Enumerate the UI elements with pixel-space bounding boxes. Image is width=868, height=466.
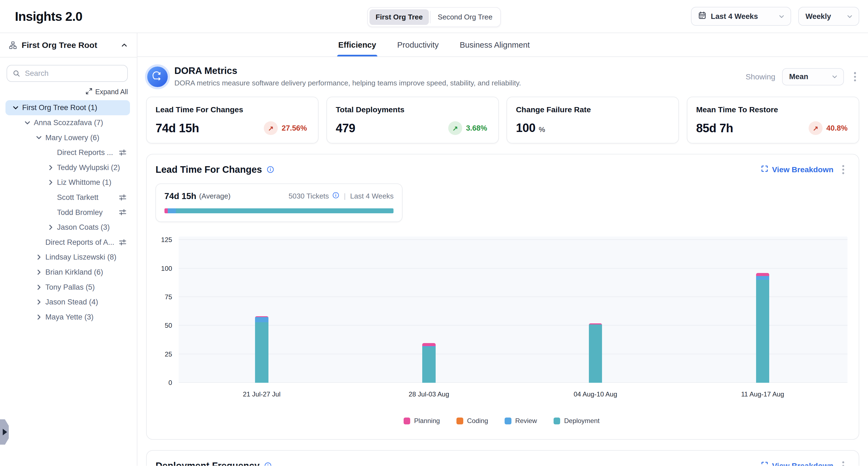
lead-time-kebab-menu[interactable]	[839, 163, 847, 176]
legend-swatch	[505, 417, 511, 424]
filter-icon[interactable]	[119, 208, 127, 216]
dora-kebab-menu[interactable]	[850, 70, 859, 84]
info-icon[interactable]	[264, 462, 272, 466]
tree-item-todd-bromley[interactable]: Todd Bromley	[5, 205, 130, 220]
chevron-down-icon[interactable]	[35, 134, 45, 141]
showing-value: Mean	[789, 72, 808, 81]
tree-item-jason-coats[interactable]: Jason Coats (3)	[5, 220, 130, 235]
deployment-frequency-title: Deployment Frequency	[155, 461, 259, 466]
dora-title: DORA Metrics	[174, 65, 521, 76]
tree-item-first-org-tree-root[interactable]: First Org Tree Root (1)	[5, 100, 130, 115]
sidebar-title: First Org Tree Root	[22, 40, 97, 50]
trend-badge: ↗ 40.8%	[809, 121, 847, 135]
org-toggle-first-org-tree[interactable]: First Org Tree	[369, 9, 429, 25]
metric-value: 479	[336, 122, 355, 135]
tab-business-alignment[interactable]: Business Alignment	[459, 33, 531, 56]
tree-item-direct-reports[interactable]: Direct Reports ...	[5, 145, 130, 160]
date-range-select[interactable]: Last 4 Weeks	[691, 7, 791, 26]
metric-card-mean-time-to-restore: Mean Time To Restore 85d 7h ↗ 40.8%	[687, 97, 859, 143]
chevron-right-icon[interactable]	[35, 284, 45, 291]
chevron-right-icon[interactable]	[35, 254, 45, 261]
bar-21-jul-27-jul[interactable]	[255, 316, 269, 383]
expand-corners-icon	[761, 165, 768, 174]
filter-icon[interactable]	[119, 238, 127, 246]
lead-time-panel: Lead Time For Changes View Breakdown 74d…	[146, 154, 859, 440]
tree-item-anna-scozzafava[interactable]: Anna Scozzafava (7)	[5, 115, 130, 130]
main-content: EfficiencyProductivityBusiness Alignment…	[137, 33, 868, 466]
expand-all-button[interactable]: Expand All	[85, 88, 128, 96]
lead-time-panel-header: Lead Time For Changes View Breakdown	[155, 163, 847, 176]
tree-item-teddy-wylupski[interactable]: Teddy Wylupski (2)	[5, 160, 130, 175]
tree-item-lindsay-liszewski[interactable]: Lindsay Liszewski (8)	[5, 250, 130, 265]
y-tick-label: 75	[165, 293, 172, 301]
filter-icon[interactable]	[119, 148, 127, 156]
chart-plot	[179, 237, 847, 383]
caret-right-icon	[3, 429, 7, 435]
search-input[interactable]	[25, 69, 122, 78]
info-icon[interactable]	[332, 192, 339, 201]
chevron-down-icon	[846, 13, 853, 20]
date-range-value: Last 4 Weeks	[711, 12, 758, 21]
bar-04-aug-10-aug[interactable]	[589, 323, 602, 383]
org-tree-toggle: First Org TreeSecond Org Tree	[367, 7, 501, 27]
legend-swatch	[554, 417, 560, 424]
tab-productivity[interactable]: Productivity	[396, 33, 440, 56]
y-tick-label: 100	[161, 265, 173, 272]
org-chart-icon	[9, 41, 17, 49]
legend-swatch	[457, 417, 463, 424]
showing-select[interactable]: Mean	[782, 68, 844, 85]
search-icon	[12, 69, 20, 77]
tree-item-liz-whittome[interactable]: Liz Whittome (1)	[5, 175, 130, 190]
tree-item-brian-kirkland[interactable]: Brian Kirkland (6)	[5, 265, 130, 280]
x-tick-label: 28 Jul-03 Aug	[408, 390, 449, 398]
deployment-frequency-header: Deployment Frequency View Breakdown	[155, 459, 847, 466]
calendar-icon	[698, 11, 706, 21]
legend-item-planning: Planning	[404, 417, 440, 425]
org-toggle-second-org-tree[interactable]: Second Org Tree	[432, 9, 499, 25]
tickets-count: 5030 Tickets	[288, 192, 329, 200]
tree-item-scott-tarkett[interactable]: Scott Tarkett	[5, 190, 130, 205]
lead-time-summary-card: 74d 15h (Average) 5030 Tickets | Last 4 …	[155, 183, 402, 222]
sidebar-collapse-button[interactable]	[121, 41, 128, 49]
sidebar: First Org Tree Root Expand All First Org…	[0, 33, 137, 466]
tree-item-jason-stead[interactable]: Jason Stead (4)	[5, 295, 130, 310]
tab-efficiency[interactable]: Efficiency	[337, 33, 377, 56]
tree-item-tony-pallas[interactable]: Tony Pallas (5)	[5, 280, 130, 295]
sidebar-header: First Org Tree Root	[0, 33, 137, 58]
app-title: Insights 2.0	[15, 9, 82, 24]
progress-segment-deployment	[176, 208, 394, 213]
deployment-frequency-kebab-menu[interactable]	[839, 459, 847, 466]
dora-titles: DORA Metrics DORA metrics measure softwa…	[174, 65, 521, 87]
tabs-row: EfficiencyProductivityBusiness Alignment	[137, 33, 868, 57]
y-tick-label: 50	[165, 322, 172, 329]
chart-y-axis: 0255075100125	[155, 237, 179, 383]
dora-metrics-header: DORA Metrics DORA metrics measure softwa…	[146, 65, 859, 87]
granularity-select[interactable]: Weekly	[798, 7, 859, 26]
chevron-right-icon[interactable]	[47, 179, 57, 186]
tree-item-mary-lowery[interactable]: Mary Lowery (6)	[5, 130, 130, 145]
tree-item-direct-reports-of-a[interactable]: Direct Reports of A...	[5, 235, 130, 250]
chart-x-axis: 21 Jul-27 Jul28 Jul-03 Aug04 Aug-10 Aug1…	[179, 390, 847, 401]
metric-value: 100	[516, 121, 535, 135]
tree-item-maya-yette[interactable]: Maya Yette (3)	[5, 310, 130, 325]
expand-all-icon	[85, 88, 92, 96]
bar-28-jul-03-aug[interactable]	[422, 343, 436, 383]
bar-11-aug-17-aug[interactable]	[756, 273, 770, 383]
chevron-right-icon[interactable]	[35, 314, 45, 321]
chevron-right-icon[interactable]	[47, 164, 57, 171]
chart-legend: Planning Coding Review Deployment	[155, 417, 847, 425]
chevron-right-icon[interactable]	[47, 224, 57, 231]
showing-label: Showing	[746, 72, 776, 81]
progress-segment-planning	[164, 208, 168, 213]
trend-badge: ↗ 3.68%	[448, 121, 487, 135]
chevron-down-icon[interactable]	[12, 104, 22, 111]
view-breakdown-button[interactable]: View Breakdown	[761, 461, 834, 466]
view-breakdown-button[interactable]: View Breakdown	[761, 165, 834, 174]
progress-segment-review	[168, 208, 176, 213]
chevron-right-icon[interactable]	[35, 269, 45, 276]
chevron-right-icon[interactable]	[35, 298, 45, 305]
granularity-value: Weekly	[805, 12, 831, 21]
info-icon[interactable]	[267, 166, 274, 173]
filter-icon[interactable]	[119, 193, 127, 202]
chevron-down-icon[interactable]	[24, 119, 34, 126]
